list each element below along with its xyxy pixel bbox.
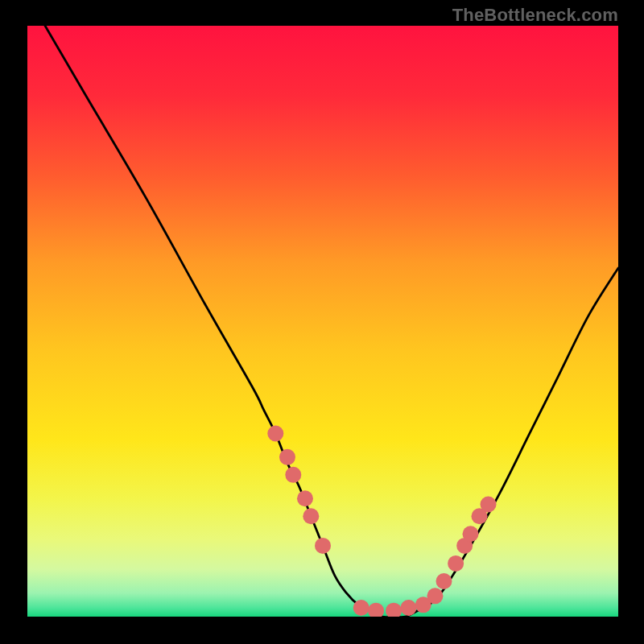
watermark-text: TheBottleneck.com — [452, 5, 618, 26]
highlight-marker — [297, 490, 313, 506]
highlight-marker — [400, 600, 416, 616]
highlight-marker — [427, 588, 443, 604]
chart-stage: TheBottleneck.com — [0, 0, 644, 644]
highlight-marker — [436, 573, 452, 589]
highlight-marker — [463, 526, 479, 542]
highlight-marker — [448, 555, 464, 572]
highlight-marker — [267, 425, 283, 441]
chart-svg — [27, 26, 618, 617]
highlight-marker — [285, 467, 301, 483]
highlight-marker — [353, 600, 369, 616]
highlight-marker — [303, 508, 319, 524]
highlight-marker — [481, 497, 497, 513]
plot-area — [27, 26, 618, 617]
highlight-marker — [315, 538, 331, 554]
gradient-background — [27, 26, 618, 617]
highlight-marker — [279, 449, 295, 465]
